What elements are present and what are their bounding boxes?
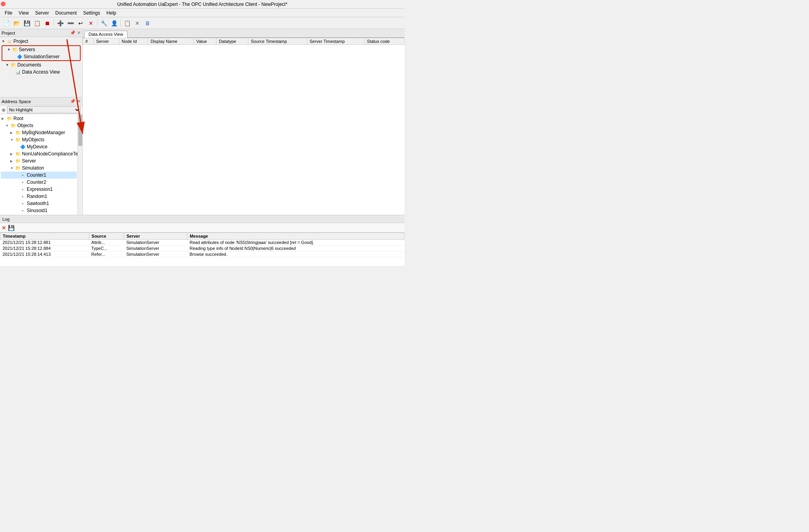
project-root-item[interactable]: ▼ 🗂 Project [1, 38, 81, 45]
addr-server-item[interactable]: ▶ 📁 Server [1, 157, 77, 164]
address-panel-controls: 📌 ✕ [70, 99, 81, 104]
project-panel-header: Project 📌 ✕ [0, 29, 82, 37]
menu-document[interactable]: Document [52, 9, 80, 17]
addr-mybignodemanager-expand[interactable]: ▶ [10, 131, 15, 135]
log-col-message: Message [187, 233, 404, 240]
servers-item[interactable]: ▼ 📁 Servers [2, 46, 80, 53]
address-panel-title: Address Space [2, 99, 31, 104]
log-cell-timestamp: 2021/12/21 15:28:12.881 [0, 240, 89, 246]
documents-icon: 📁 [10, 62, 17, 68]
data-table: # Server Node Id Display Name Value Data… [83, 38, 404, 45]
address-panel-close[interactable]: ✕ [77, 99, 81, 104]
addr-counter2-item[interactable]: ▪ Counter2 [1, 179, 77, 186]
documents-item[interactable]: ▼ 📁 Documents [1, 61, 81, 68]
log-cell-message: Reading type info of NodeId NS0|Numeric|… [187, 246, 404, 251]
addr-server-expand[interactable]: ▶ [10, 159, 15, 163]
close-tab-button[interactable]: ✕ [133, 18, 142, 28]
addr-nonuanode-icon: 📁 [15, 151, 21, 157]
menu-view[interactable]: View [15, 9, 32, 17]
addr-nonuanode-label: NonUaNodeComplianceTest [22, 151, 81, 157]
log-save-btn[interactable]: 💾 [8, 225, 15, 231]
addr-random1-item[interactable]: ▪ Random1 [1, 193, 77, 200]
stop-button[interactable]: ⏹ [42, 18, 52, 28]
addr-nonuanode-expand[interactable]: ▶ [10, 152, 15, 156]
address-tree-scrollthumb[interactable] [78, 115, 82, 146]
address-tree: ▶ 📁 Root ▼ 📁 Objects ▶ 📁 MyBigNodeManage… [0, 114, 82, 215]
col-sourcetimestamp: Source Timestamp [248, 38, 307, 45]
addr-root-item[interactable]: ▶ 📁 Root [1, 115, 77, 122]
addr-sawtooth1-icon: ▪ [20, 200, 26, 207]
addr-expression1-label: Expression1 [27, 187, 53, 192]
servers-icon: 📁 [12, 46, 18, 53]
menu-help[interactable]: Help [103, 9, 120, 17]
addr-simulation-expand[interactable]: ▼ [10, 166, 15, 170]
menu-settings[interactable]: Settings [80, 9, 103, 17]
addr-mybignodemanager-item[interactable]: ▶ 📁 MyBigNodeManager [1, 129, 77, 136]
addr-root-expand[interactable]: ▶ [2, 117, 6, 120]
log-clear-btn[interactable]: ✕ [2, 225, 6, 231]
log-table-row: 2021/12/21 15:28:12.884 TypeC... Simulat… [0, 246, 404, 251]
documents-expand[interactable]: ▼ [6, 63, 10, 67]
addr-sinusoid1-item[interactable]: ▪ Sinusoid1 [1, 207, 77, 214]
simulation-server-item[interactable]: 🔷 SimulationServer [2, 53, 80, 60]
log-cell-server: SimulationServer [124, 240, 187, 246]
project-panel-pin[interactable]: 📌 [70, 30, 76, 35]
toolbar-sep-1 [54, 19, 54, 27]
log-col-source: Source [89, 233, 124, 240]
save-button[interactable]: 💾 [22, 18, 31, 28]
addr-server-icon: 📁 [15, 158, 21, 164]
addr-mydevice-item[interactable]: 🔷 MyDevice [1, 143, 77, 150]
project-root-expand[interactable]: ▼ [2, 39, 6, 43]
addr-sawtooth1-label: Sawtooth1 [27, 201, 49, 206]
addr-sinusoid1-icon: ▪ [20, 207, 26, 214]
log-panel-title: Log [2, 217, 9, 222]
addr-myobjects-icon: 📁 [15, 137, 21, 143]
addr-objects-item[interactable]: ▼ 📁 Objects [1, 122, 77, 129]
col-hash: # [83, 38, 94, 45]
addr-sawtooth1-item[interactable]: ▪ Sawtooth1 [1, 200, 77, 207]
open-button[interactable]: 📂 [12, 18, 21, 28]
addr-counter1-item[interactable]: ▪ Counter1 [1, 172, 77, 179]
log-toolbar: ✕ 💾 [0, 223, 404, 233]
addr-myobjects-expand[interactable]: ▼ [10, 138, 15, 142]
toolbar-sep-2 [97, 19, 98, 27]
addr-nonuanode-item[interactable]: ▶ 📁 NonUaNodeComplianceTest [1, 150, 77, 157]
window-close-btn[interactable] [1, 2, 6, 6]
addr-simulation-icon: 📁 [15, 165, 21, 171]
highlight-icon: ◉ [2, 107, 6, 113]
tab-data-access-view[interactable]: Data Access View [84, 31, 127, 38]
menu-server[interactable]: Server [32, 9, 52, 17]
copy-tab-button[interactable]: 📋 [122, 18, 132, 28]
servers-expand[interactable]: ▼ [7, 48, 12, 52]
address-tree-scrollbar[interactable] [78, 114, 82, 215]
user-button[interactable]: 👤 [109, 18, 119, 28]
add-server-button[interactable]: ➕ [55, 18, 65, 28]
address-panel-pin[interactable]: 📌 [70, 99, 76, 104]
simulation-server-icon: 🔷 [17, 54, 23, 60]
data-access-view-icon: 📊 [15, 69, 21, 75]
highlight-select[interactable]: No Highlight [7, 106, 81, 113]
project-panel: Project 📌 ✕ ▼ 🗂 Project ▼ 📁 [0, 29, 82, 98]
new-button[interactable]: 📄 [2, 18, 11, 28]
title-bar: Unified Automation UaExpert - The OPC Un… [0, 0, 404, 9]
addr-simulation-item[interactable]: ▼ 📁 Simulation [1, 164, 77, 172]
addr-mybignodemanager-label: MyBigNodeManager [22, 130, 65, 135]
project-root-icon: 🗂 [6, 38, 13, 44]
monitor-button[interactable]: 🖥 [143, 18, 152, 28]
addr-expression1-item[interactable]: ▪ Expression1 [1, 186, 77, 193]
col-nodeid: Node Id [119, 38, 148, 45]
settings-button[interactable]: 🔧 [99, 18, 109, 28]
menu-file[interactable]: File [2, 9, 15, 17]
project-panel-close[interactable]: ✕ [77, 30, 81, 35]
addr-myobjects-label: MyObjects [22, 137, 44, 142]
addr-myobjects-item[interactable]: ▼ 📁 MyObjects [1, 136, 77, 143]
delete-button[interactable]: ✕ [86, 18, 96, 28]
undo-button[interactable]: ↩ [76, 18, 85, 28]
data-access-view-item[interactable]: 📊 Data Access View [1, 68, 81, 76]
col-server: Server [94, 38, 119, 45]
addr-objects-expand[interactable]: ▼ [6, 124, 10, 127]
log-panel: Log ✕ 💾 Timestamp Source Server Message … [0, 215, 404, 266]
saveas-button[interactable]: 📋 [32, 18, 42, 28]
addr-root-icon: 📁 [6, 115, 13, 122]
remove-server-button[interactable]: ➖ [66, 18, 75, 28]
